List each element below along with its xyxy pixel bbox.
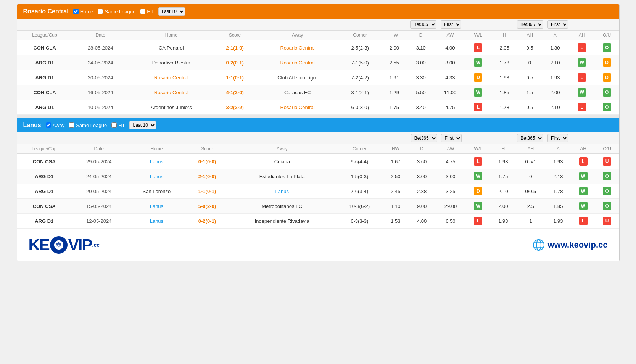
cell-ah2: L: [569, 70, 595, 85]
rosario-first-select2[interactable]: First: [547, 20, 568, 29]
cell-wl: W: [466, 55, 491, 70]
cell-a: 1.93: [545, 154, 572, 169]
rosario-home-checkbox[interactable]: [73, 9, 79, 14]
rosario-ht-label[interactable]: HT: [140, 9, 153, 14]
col-aw: AW: [434, 31, 466, 40]
cell-away: Cuiaba: [228, 154, 337, 169]
cell-aw: 29.00: [435, 199, 466, 214]
cell-away: Lanus: [228, 184, 337, 199]
wl-badge: L: [474, 157, 482, 166]
cell-corner: 7-6(3-4): [337, 184, 383, 199]
lanus-first-select2[interactable]: First: [547, 134, 568, 142]
lanus-col-h: H: [490, 144, 517, 154]
rosario-bet365-select2[interactable]: Bet365: [517, 20, 543, 29]
lanus-last10-select[interactable]: Last 10 Last 5 Last 20: [129, 121, 156, 129]
ou-badge: U: [603, 217, 611, 225]
lanus-col-score: Score: [187, 144, 227, 154]
cell-h: 2.05: [490, 40, 518, 55]
lanus-ht-checkbox[interactable]: [111, 122, 117, 128]
lanus-odds-header: Bet365 First Bet365 First: [17, 132, 619, 144]
lanus-header-spacer: [17, 132, 383, 144]
website-link[interactable]: www.keovip.cc: [533, 239, 608, 251]
cell-ah: 0: [518, 55, 541, 70]
lanus-table: Bet365 First Bet365 First: [17, 132, 619, 229]
cell-d: 9.00: [409, 199, 435, 214]
cell-h: 1.75: [490, 169, 517, 184]
lanus-col-ah2: AH: [571, 144, 595, 154]
lanus-table-wrapper: Bet365 First Bet365 First: [17, 132, 619, 229]
cell-a: 1.85: [545, 199, 572, 214]
rosario-odds-header: Bet365 First Bet365 First: [17, 19, 619, 31]
ou-badge: O: [603, 172, 611, 180]
cell-score: 2-1(1-0): [214, 40, 256, 55]
cell-h: 1.93: [490, 154, 517, 169]
cell-date: 29-05-2024: [71, 154, 127, 169]
lanus-col-corner: Corner: [337, 144, 383, 154]
cell-corner: 6-3(3-3): [337, 214, 383, 229]
globe-icon: [533, 239, 545, 251]
cell-home: CA Penarol: [129, 40, 214, 55]
cell-home: Deportivo Riestra: [129, 55, 214, 70]
cell-hw: 2.55: [381, 55, 407, 70]
lanus-header: Lanus Away Same League HT Last 10 Last 5…: [17, 118, 619, 132]
cell-ah2: W: [571, 199, 595, 214]
cell-a: 2.00: [541, 85, 569, 100]
cell-hw: 2.00: [381, 40, 407, 55]
lanus-bet365-group2: Bet365 First: [490, 132, 595, 144]
rosario-ht-checkbox[interactable]: [140, 9, 145, 14]
wl-badge: W: [474, 58, 482, 67]
lanus-tbody: CON CSA 29-05-2024 Lanus 0-1(0-0) Cuiaba…: [17, 154, 619, 229]
ou-badge: U: [603, 157, 611, 166]
cell-d: 3.40: [407, 100, 434, 115]
lanus-same-league-checkbox[interactable]: [69, 122, 74, 128]
cell-ah: 1: [516, 214, 545, 229]
cell-ah2: L: [571, 154, 595, 169]
cell-ou: O: [595, 169, 619, 184]
cell-aw: 4.75: [435, 154, 466, 169]
lanus-col-labels: League/Cup Date Home Score Away Corner H…: [17, 144, 619, 154]
rosario-same-league-label[interactable]: Same League: [98, 9, 135, 14]
lanus-ht-label[interactable]: HT: [111, 122, 125, 128]
lanus-bet365-select2[interactable]: Bet365: [517, 134, 543, 142]
table-row: CON CLA 16-05-2024 Rosario Central 4-1(2…: [17, 85, 619, 100]
cell-d: 3.60: [409, 154, 435, 169]
lanus-col-league: League/Cup: [17, 144, 71, 154]
rosario-bet365-select1[interactable]: Bet365: [410, 20, 436, 29]
cell-date: 24-05-2024: [72, 55, 129, 70]
rosario-last10-select[interactable]: Last 10 Last 5 Last 20: [158, 7, 185, 16]
cell-date: 15-05-2024: [71, 199, 127, 214]
table-row: ARG D1 12-05-2024 Lanus 0-2(0-1) Indepen…: [17, 214, 619, 229]
lanus-same-league-label[interactable]: Same League: [69, 122, 107, 128]
cell-ah: 0.5: [518, 70, 541, 85]
lanus-col-ou: O/U: [595, 144, 619, 154]
cell-h: 1.78: [490, 100, 518, 115]
cell-ah2: W: [569, 55, 595, 70]
lanus-away-checkbox[interactable]: [46, 122, 51, 128]
ah2-badge: L: [578, 43, 586, 52]
col-corner: Corner: [339, 31, 381, 40]
cell-date: 12-05-2024: [71, 214, 127, 229]
cell-corner: 9-6(4-4): [337, 154, 383, 169]
wl-badge: L: [474, 103, 482, 111]
cell-ou: O: [595, 184, 619, 199]
lanus-bet365-select1[interactable]: Bet365: [411, 134, 437, 142]
cell-home: Argentinos Juniors: [129, 100, 214, 115]
rosario-home-label[interactable]: Home: [73, 9, 93, 14]
cell-away: Estudiantes La Plata: [228, 169, 337, 184]
cell-ou: U: [595, 154, 619, 169]
cell-wl: W: [466, 199, 490, 214]
rosario-first-select1[interactable]: First: [441, 20, 461, 29]
rosario-table: Bet365 First Bet365 First: [17, 19, 619, 115]
rosario-team-name: Rosario Central: [23, 8, 69, 15]
logo-ball: [50, 236, 68, 254]
cell-score: 0-1(0-0): [187, 154, 227, 169]
lanus-away-label[interactable]: Away: [46, 122, 65, 128]
cell-score: 1-1(0-1): [214, 70, 256, 85]
lanus-first-select1[interactable]: First: [441, 134, 462, 142]
rosario-same-league-checkbox[interactable]: [98, 9, 103, 14]
table-row: ARG D1 24-05-2024 Deportivo Riestra 0-2(…: [17, 55, 619, 70]
table-row: ARG D1 20-05-2024 San Lorenzo 1-1(0-1) L…: [17, 184, 619, 199]
col-d: D: [407, 31, 434, 40]
cell-aw: 11.00: [434, 85, 466, 100]
wl-badge: L: [474, 217, 482, 225]
